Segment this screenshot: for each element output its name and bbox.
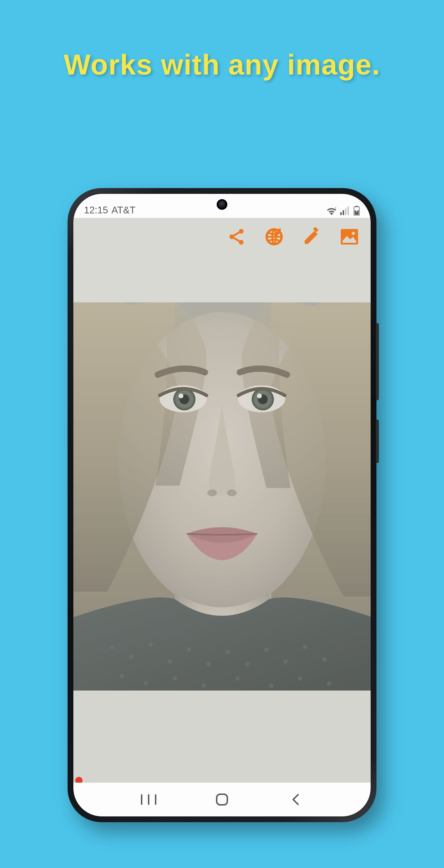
svg-rect-1 [340, 212, 342, 215]
android-nav-bar [73, 783, 371, 816]
svg-rect-46 [73, 302, 371, 690]
share-button[interactable] [225, 225, 248, 248]
wifi-icon: + [326, 207, 337, 215]
home-icon [215, 793, 229, 806]
phone-screen: 12:15 AT&T + [73, 194, 371, 816]
globe-icon [265, 227, 284, 246]
svg-rect-4 [348, 207, 349, 215]
status-time: 12:15 [84, 205, 108, 216]
phone-frame: 12:15 AT&T + [67, 188, 377, 822]
image-viewport[interactable] [73, 302, 371, 690]
edit-button[interactable] [300, 225, 323, 248]
phone-bezel: 12:15 AT&T + [73, 194, 371, 816]
svg-text:+: + [335, 207, 336, 210]
svg-rect-2 [343, 210, 344, 215]
image-button[interactable] [338, 225, 361, 248]
svg-rect-3 [345, 208, 347, 215]
pencil-icon [302, 227, 321, 246]
recents-button[interactable] [134, 790, 163, 809]
front-camera-notch [217, 199, 227, 210]
signal-icon [340, 207, 350, 215]
svg-point-13 [352, 232, 355, 235]
portrait-photo [73, 302, 371, 690]
power-button [376, 420, 379, 463]
svg-point-10 [239, 240, 244, 245]
image-icon [339, 226, 360, 247]
status-carrier: AT&T [112, 205, 136, 216]
globe-button[interactable] [263, 225, 286, 248]
back-icon [290, 793, 300, 806]
battery-icon [353, 206, 360, 216]
share-icon [227, 227, 246, 246]
svg-rect-50 [217, 794, 227, 805]
marketing-headline: Works with any image. [0, 48, 444, 81]
bottom-panel [73, 690, 371, 782]
svg-point-9 [230, 235, 234, 239]
back-button[interactable] [281, 790, 310, 809]
home-button[interactable] [208, 790, 236, 809]
app-toolbar [73, 218, 371, 302]
recents-icon [140, 794, 157, 805]
volume-button [376, 323, 379, 400]
svg-point-8 [239, 229, 244, 234]
